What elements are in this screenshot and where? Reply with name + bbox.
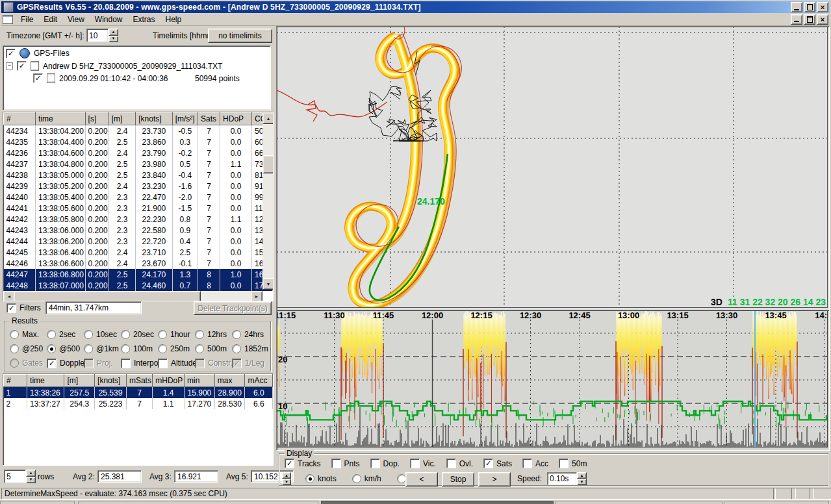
radio-10sec[interactable] (84, 330, 93, 339)
cell[interactable]: 7 (198, 214, 220, 225)
menu-help[interactable]: Help (160, 14, 187, 25)
radio-500m[interactable] (195, 344, 204, 353)
cell[interactable]: 44244 (4, 236, 36, 247)
timezone-down-icon[interactable]: ▼ (109, 36, 118, 43)
column-header[interactable]: [m] (109, 113, 136, 125)
cell[interactable]: 0.0 (220, 280, 252, 291)
column-header[interactable]: mAcc (245, 375, 273, 387)
cell[interactable]: 23.670 (136, 258, 172, 269)
checkbox-dop[interactable] (370, 459, 380, 468)
column-header[interactable]: [knots] (95, 375, 127, 387)
cell[interactable]: 2.5 (109, 269, 136, 280)
document-icon[interactable] (3, 15, 13, 24)
cell[interactable]: 44243 (4, 225, 36, 236)
cell[interactable]: 2.5 (109, 136, 136, 147)
cell[interactable]: 6.0 (245, 387, 273, 399)
cell[interactable]: 1.1 (220, 158, 252, 170)
cell[interactable]: 15.900 (185, 387, 215, 399)
tree-root-checkbox[interactable]: ✓ (6, 49, 16, 58)
cell[interactable]: 0.5 (172, 158, 198, 170)
cell[interactable]: 23.790 (136, 147, 172, 158)
trackpoint-row[interactable]: 4423713:38:04.8000.2002.523.9800.571.173… (4, 158, 273, 170)
cell[interactable]: 2.5 (109, 280, 136, 291)
cell[interactable]: 7 (198, 158, 220, 170)
cell[interactable]: 22.580 (136, 225, 172, 236)
cell[interactable]: 23.730 (136, 125, 172, 137)
cell[interactable]: 13:38:06.400 (35, 247, 85, 258)
minimize-button[interactable] (791, 2, 802, 12)
cell[interactable]: 44247 (4, 269, 36, 280)
cell[interactable]: 1.1 (153, 398, 185, 409)
trackpoint-row[interactable]: 4424213:38:05.8000.2002.322.2300.871.112… (4, 214, 273, 225)
cell[interactable]: 0.9 (172, 225, 198, 236)
cell[interactable]: 24.170 (136, 269, 172, 280)
cell[interactable]: 2.3 (109, 203, 136, 214)
cell[interactable]: 7 (198, 181, 220, 192)
checkbox-50m[interactable] (559, 459, 569, 468)
vertical-scrollbar[interactable]: ▲ ▼ (262, 112, 273, 290)
cell[interactable]: -0.1 (172, 258, 198, 269)
menu-window[interactable]: Window (90, 14, 128, 25)
cell[interactable]: 2.4 (109, 125, 136, 137)
cell[interactable]: 2.4 (109, 147, 136, 158)
cell[interactable]: 13:38:06.200 (35, 236, 85, 247)
cell[interactable]: 23.980 (136, 158, 172, 170)
child-minimize-button[interactable] (791, 14, 802, 25)
radio-knots[interactable] (305, 474, 314, 483)
cell[interactable]: 13:37:27 (27, 398, 64, 409)
column-header[interactable]: min (185, 375, 215, 387)
cell[interactable]: 2.5 (172, 247, 198, 258)
cell[interactable]: 13:38:04.200 (35, 125, 85, 137)
trackpoint-row[interactable]: 4424813:38:07.0000.2002.524.4600.780.017… (4, 280, 273, 291)
cell[interactable]: 1 (4, 387, 27, 399)
cell[interactable]: 8 (198, 269, 220, 280)
radio-24hrs[interactable] (232, 330, 241, 339)
cell[interactable]: 2.4 (109, 181, 136, 192)
cell[interactable]: 0.0 (220, 192, 252, 203)
cell[interactable]: 44239 (4, 181, 36, 192)
cell[interactable]: 7 (126, 398, 152, 409)
menu-view[interactable]: View (62, 14, 90, 25)
rows-down-icon[interactable]: ▼ (26, 477, 36, 484)
column-header[interactable]: Sats (198, 113, 220, 125)
trackpoint-row[interactable]: 4424113:38:05.6000.2002.321.900-1.570.01… (4, 203, 273, 214)
cell[interactable]: 7 (198, 147, 220, 158)
cell[interactable]: 8 (198, 280, 220, 291)
cell[interactable]: 0.8 (172, 214, 198, 225)
radio-250m[interactable] (158, 344, 167, 353)
cell[interactable]: 0.0 (220, 125, 252, 137)
cell[interactable]: -1.6 (172, 181, 198, 192)
cell[interactable]: 7 (198, 192, 220, 203)
cell[interactable]: 25.223 (95, 398, 127, 409)
cell[interactable]: 0.200 (85, 125, 109, 137)
radio-100m[interactable] (121, 344, 130, 353)
timezone-up-icon[interactable]: ▲ (109, 29, 118, 36)
cell[interactable]: 44237 (4, 158, 36, 170)
child-restore-button[interactable] (804, 14, 815, 25)
checkbox-altitude[interactable] (158, 359, 168, 368)
trackpoint-row[interactable]: 4424613:38:06.6000.2002.423.670-0.170.01… (4, 258, 273, 269)
cell[interactable]: 7 (198, 258, 220, 269)
scroll-up-icon[interactable]: ▲ (262, 112, 274, 124)
cell[interactable]: 23.230 (136, 181, 172, 192)
trackpoint-row[interactable]: 4424313:38:06.0000.2002.322.5800.970.013… (4, 225, 273, 236)
cell[interactable]: 0.200 (85, 158, 109, 170)
trackpoint-row[interactable]: 4423913:38:05.2000.2002.423.230-1.670.09… (4, 181, 273, 192)
cell[interactable]: 0.0 (220, 225, 252, 236)
cell[interactable]: 7 (198, 236, 220, 247)
cell[interactable]: 2.5 (109, 170, 136, 181)
radio-20sec[interactable] (121, 330, 130, 339)
cell[interactable]: 0.0 (220, 203, 252, 214)
title-bar[interactable]: GPSResults V6.55 - 20.08.2009 - www.gps-… (1, 1, 830, 13)
cell[interactable]: 25.539 (95, 387, 127, 399)
cell[interactable]: 1.3 (172, 269, 198, 280)
radio-250[interactable] (10, 344, 19, 353)
cell[interactable]: 7 (198, 136, 220, 147)
cell[interactable]: 22.720 (136, 236, 172, 247)
cell[interactable]: 13:38:26 (27, 387, 64, 399)
step-forward-button[interactable]: > (478, 472, 511, 486)
cell[interactable]: 2.5 (109, 158, 136, 170)
cell[interactable]: 13:38:06.000 (35, 225, 85, 236)
cell[interactable]: 0.0 (220, 147, 252, 158)
column-header[interactable]: [m] (64, 375, 95, 387)
